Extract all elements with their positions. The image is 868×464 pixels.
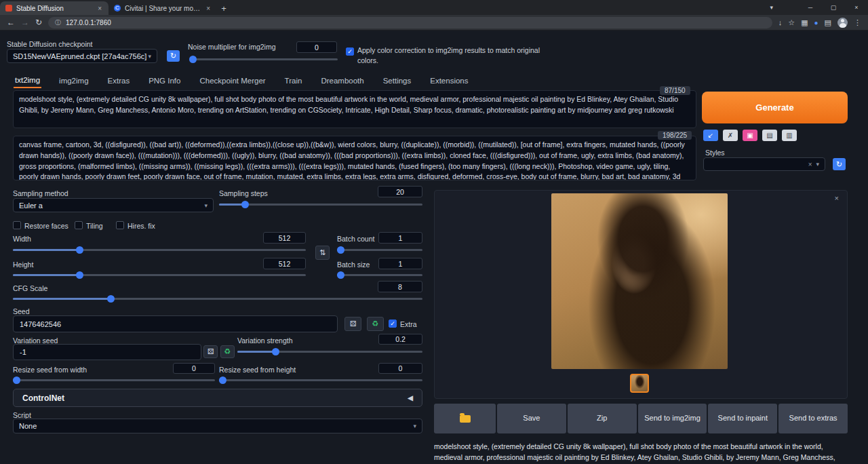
gallery-thumbnail[interactable] [630, 374, 649, 393]
seed-label: Seed [13, 307, 30, 315]
apply-style-button[interactable]: ▥ [782, 130, 797, 141]
address-bar[interactable]: ⓘ 127.0.0.1:7860 [48, 17, 772, 28]
bookmark-star-icon[interactable]: ☆ [788, 18, 795, 27]
negative-prompt-textarea[interactable]: canvas frame, cartoon, 3d, ((disfigured)… [13, 136, 696, 180]
cfg-scale-value[interactable]: 8 [378, 281, 422, 292]
noise-multiplier-value[interactable]: 0 [296, 41, 337, 53]
tab-close-icon[interactable]: × [205, 5, 212, 12]
tab-dreambooth[interactable]: Dreambooth [319, 74, 365, 88]
apply-style-icon: ▥ [786, 132, 792, 139]
batch-size-slider[interactable] [337, 271, 422, 279]
clear-prompt-button[interactable]: ✗ [723, 130, 738, 141]
reuse-seed-button[interactable]: ♻ [367, 317, 384, 331]
seed-input[interactable]: 1476462546 [13, 315, 338, 332]
height-label: Height [13, 260, 33, 269]
noise-multiplier-slider[interactable] [191, 55, 338, 63]
browser-tab-stable-diffusion[interactable]: Stable Diffusion × [0, 1, 108, 15]
extension-icon[interactable]: ● [814, 19, 818, 26]
restore-faces-checkbox[interactable]: ✓ [13, 221, 21, 229]
profile-avatar[interactable] [837, 18, 848, 28]
tab-txt2img[interactable]: txt2img [14, 73, 41, 88]
tab-png-info[interactable]: PNG Info [147, 74, 182, 88]
reuse-variation-seed-button[interactable]: ♻ [220, 345, 235, 358]
browser-menu-icon[interactable]: ⋮ [854, 18, 861, 27]
sampling-method-value: Euler a [19, 201, 204, 210]
tiling-checkbox[interactable]: ✓ [75, 221, 83, 229]
save-style-button[interactable]: ▤ [762, 130, 777, 141]
paste-params-button[interactable]: ↙ [703, 130, 718, 141]
random-seed-button[interactable]: ⚄ [344, 317, 361, 331]
apps-grid-icon[interactable]: ▦ [801, 18, 808, 27]
swap-width-height-button[interactable]: ⇅ [315, 246, 330, 260]
batch-size-value[interactable]: 1 [378, 258, 422, 269]
batch-count-label: Batch count [337, 235, 374, 243]
zip-button[interactable]: Zip [568, 404, 637, 433]
refresh-styles-button[interactable]: ↻ [833, 158, 846, 170]
browser-tab-civitai[interactable]: C Civitai | Share your models × [108, 1, 217, 15]
window-close-button[interactable]: × [845, 0, 868, 15]
tab-extras[interactable]: Extras [106, 74, 132, 88]
main-tab-bar: txt2img img2img Extras PNG Info Checkpoi… [14, 73, 470, 89]
extra-seed-checkbox[interactable]: ✓ [389, 320, 397, 328]
downloads-icon[interactable]: ↓ [778, 18, 783, 26]
side-panel-icon[interactable]: ▤ [825, 18, 831, 27]
styles-dropdown[interactable]: × ▾ [703, 157, 825, 171]
open-folder-button[interactable] [434, 404, 496, 433]
width-value[interactable]: 512 [263, 232, 306, 244]
controlnet-accordion[interactable]: ControlNet ◀ [13, 389, 422, 407]
resize-seed-height-value[interactable]: 0 [378, 363, 422, 374]
width-label: Width [13, 235, 31, 243]
refresh-checkpoints-button[interactable]: ↻ [167, 50, 180, 62]
hires-fix-checkbox[interactable]: ✓ [116, 221, 124, 229]
sampling-steps-slider[interactable] [219, 200, 422, 208]
new-tab-button[interactable]: + [217, 1, 231, 15]
color-correction-checkbox[interactable]: ✓ [346, 47, 354, 56]
batch-count-value[interactable]: 1 [378, 232, 422, 244]
height-slider[interactable] [13, 271, 306, 279]
generate-button[interactable]: Generate [702, 92, 848, 123]
extra-networks-button[interactable]: ▣ [743, 130, 757, 141]
height-value[interactable]: 512 [263, 258, 306, 269]
sampling-method-dropdown[interactable]: Euler a ▾ [13, 198, 214, 212]
random-variation-seed-button[interactable]: ⚄ [203, 345, 218, 358]
sampling-steps-value[interactable]: 20 [378, 186, 422, 197]
checkpoint-dropdown[interactable]: SD15NewVAEpruned.ckpt [27a4ac756c] ▾ [7, 49, 157, 63]
collapse-arrow-icon: ◀ [408, 394, 413, 402]
minimize-button[interactable]: ─ [799, 0, 822, 15]
send-to-img2img-button[interactable]: Send to img2img [638, 404, 707, 433]
batch-count-slider[interactable] [337, 246, 422, 254]
checkpoint-label: Stable Diffusion checkpoint [7, 40, 92, 48]
save-button[interactable]: Save [497, 404, 566, 433]
reload-icon[interactable]: ↻ [35, 18, 42, 27]
close-image-icon[interactable]: × [835, 194, 839, 202]
forward-icon[interactable]: → [21, 18, 29, 27]
cfg-scale-slider[interactable] [13, 294, 422, 303]
variation-seed-input[interactable]: -1 [13, 344, 201, 360]
dice-icon: ⚄ [208, 347, 214, 356]
resize-seed-width-slider[interactable] [13, 376, 215, 384]
resize-seed-height-slider[interactable] [219, 376, 422, 384]
browser-toolbar: ← → ↻ ⓘ 127.0.0.1:7860 ↓ ☆ ▦ ● ▤ ⋮ [0, 15, 868, 31]
tab-train[interactable]: Train [283, 74, 304, 88]
tab-settings[interactable]: Settings [382, 74, 413, 88]
prompt-token-counter: 87/150 [660, 86, 690, 95]
tab-extensions[interactable]: Extensions [429, 74, 469, 88]
variation-strength-slider[interactable] [237, 347, 422, 355]
script-dropdown[interactable]: None ▾ [13, 419, 422, 433]
restore-faces-label: Restore faces [24, 222, 68, 230]
resize-seed-width-value[interactable]: 0 [173, 363, 215, 374]
prompt-textarea[interactable]: modelshoot style, (extremely detailed CG… [13, 90, 696, 128]
tab-img2img[interactable]: img2img [58, 74, 90, 88]
back-icon[interactable]: ← [7, 18, 15, 27]
maximize-button[interactable]: ▢ [822, 0, 845, 15]
send-to-extras-button[interactable]: Send to extras [778, 404, 848, 433]
site-info-icon[interactable]: ⓘ [55, 18, 61, 27]
clear-selection-icon[interactable]: × [808, 161, 812, 168]
tab-list-caret-icon[interactable]: ▾ [770, 0, 773, 15]
tab-checkpoint-merger[interactable]: Checkpoint Merger [198, 74, 267, 88]
generated-image[interactable] [551, 193, 728, 369]
width-slider[interactable] [13, 246, 306, 254]
tab-close-icon[interactable]: × [96, 5, 103, 12]
variation-strength-value[interactable]: 0.2 [378, 334, 422, 345]
send-to-inpaint-button[interactable]: Send to inpaint [708, 404, 777, 433]
